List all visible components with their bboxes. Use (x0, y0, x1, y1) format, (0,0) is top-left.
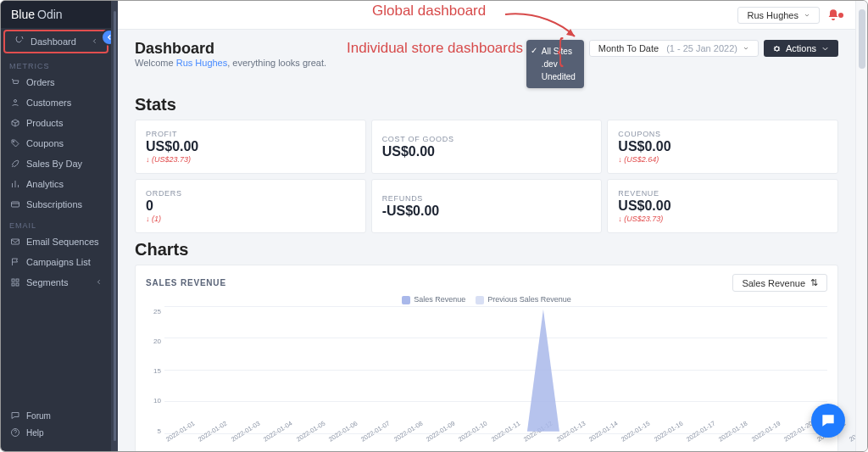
notifications-button[interactable] (826, 8, 843, 22)
xtick: 2022-01-14 (587, 419, 625, 451)
date-range-filter[interactable]: Month To Date (1 - 25 Jan 2022) (589, 40, 759, 57)
chart-peak (527, 310, 559, 432)
xtick: 2022-01-10 (457, 419, 494, 451)
xtick: 2022-01-06 (327, 419, 364, 451)
scrollbar-thumb[interactable] (859, 9, 865, 69)
sidebar-item-analytics[interactable]: Analytics (1, 174, 111, 194)
stat-value: -US$0.00 (382, 204, 592, 219)
svg-rect-6 (12, 283, 14, 286)
chart-title: SALES REVENUE (146, 278, 226, 287)
sidebar-item-label: Coupons (26, 138, 64, 148)
sidebar-item-label: Orders (26, 77, 55, 87)
xtick: 2022-01-22 (848, 419, 855, 451)
svg-rect-3 (12, 239, 19, 244)
svg-rect-4 (12, 279, 14, 282)
sidebar-item-orders[interactable]: Orders (1, 72, 111, 92)
chevron-down-icon (743, 45, 749, 52)
gear-icon (772, 44, 782, 53)
stat-label: COST OF GOODS (382, 135, 592, 143)
rocket-icon (9, 158, 21, 170)
stat-delta: ↓ (1) (146, 215, 355, 223)
chevron-left-icon (91, 36, 98, 47)
stat-card-profit: PROFITUS$0.00↓ (US$23.73) (135, 120, 366, 174)
chevron-down-icon (804, 12, 810, 19)
tag-icon (9, 137, 21, 149)
sites-option-all-sites[interactable]: All Sites (526, 45, 584, 58)
xtick: 2022-01-09 (425, 419, 462, 451)
ytick: 25 (153, 308, 161, 315)
chat-icon (820, 412, 837, 429)
brand[interactable]: Blue Odin (1, 1, 111, 28)
stat-label: REFUNDS (382, 194, 592, 203)
stat-value: US$0.00 (146, 139, 355, 154)
ytick: 20 (153, 338, 161, 345)
sidebar-item-label: Email Sequences (26, 237, 99, 247)
stat-card-cost-of-goods: COST OF GOODSUS$0.00 (371, 120, 603, 174)
chart-type-selector[interactable]: Sales Revenue ⇅ (732, 274, 827, 292)
stat-card-orders: ORDERS0↓ (1) (135, 179, 366, 233)
stat-value: US$0.00 (618, 139, 827, 154)
stat-label: COUPONS (618, 130, 827, 138)
sidebar-footer-help[interactable]: Help (1, 424, 111, 441)
ytick: 10 (153, 397, 161, 405)
sidebar-item-label: Sales By Day (26, 159, 82, 169)
sidebar-item-label: Products (26, 118, 63, 128)
xtick: 2022-01-16 (653, 419, 690, 451)
chart-card: SALES REVENUE Sales Revenue ⇅ Sales Reve… (135, 265, 838, 451)
page-subtitle: Welcome Rus Hughes, everything looks gre… (135, 58, 326, 68)
page-title: Dashboard (135, 40, 326, 58)
xtick: 2022-01-15 (620, 419, 657, 451)
stat-value: 0 (146, 198, 355, 214)
stats-heading: Stats (135, 95, 838, 114)
xtick: 2022-01-18 (717, 419, 754, 451)
svg-point-1 (13, 141, 14, 142)
box-icon (9, 117, 21, 129)
xtick: 2022-01-08 (392, 419, 430, 451)
welcome-user-link[interactable]: Rus Hughes (176, 58, 228, 68)
sidebar-item-subscriptions[interactable]: Subscriptions (1, 194, 111, 215)
xtick: 2022-01-01 (164, 419, 202, 451)
sites-option--dev[interactable]: .dev (526, 58, 584, 70)
user-icon (9, 97, 21, 109)
chevron-down-icon (821, 44, 830, 53)
sidebar-item-coupons[interactable]: Coupons (1, 133, 111, 153)
sites-dropdown[interactable]: All Sites.devUnedited (526, 40, 584, 88)
xtick: 2022-01-05 (295, 419, 332, 451)
gauge-icon (14, 36, 25, 47)
chat-fab[interactable] (811, 404, 845, 438)
brand-strong: Blue (11, 8, 35, 21)
stat-card-revenue: REVENUEUS$0.00↓ (US$23.73) (607, 179, 838, 233)
xtick: 2022-01-02 (197, 419, 234, 451)
sidebar-item-email-sequences[interactable]: Email Sequences (1, 232, 111, 252)
svg-rect-5 (16, 279, 19, 282)
stat-delta: ↓ (US$23.73) (618, 215, 827, 223)
bars-icon (9, 178, 21, 190)
stat-value: US$0.00 (618, 198, 827, 214)
sidebar-item-campaigns-list[interactable]: Campaigns List (1, 252, 111, 272)
page-scrollbar[interactable] (855, 1, 867, 451)
sidebar-item-products[interactable]: Products (1, 113, 111, 133)
xtick: 2022-01-11 (490, 419, 527, 451)
sidebar-item-customers[interactable]: Customers (1, 92, 111, 113)
sidebar-section-label: METRICS (1, 55, 111, 72)
sites-option-unedited[interactable]: Unedited (526, 70, 584, 83)
stat-card-refunds: REFUNDS-US$0.00 (371, 179, 603, 233)
sidebar-footer-forum[interactable]: Forum (1, 407, 111, 424)
sidebar-scrollbar[interactable] (111, 1, 118, 451)
page-header: Dashboard Welcome Rus Hughes, everything… (135, 40, 838, 88)
user-menu[interactable]: Rus Hughes (737, 7, 820, 24)
sidebar-item-dashboard[interactable]: Dashboard (3, 30, 108, 53)
sidebar-item-sales-by-day[interactable]: Sales By Day (1, 153, 111, 174)
xtick: 2022-01-03 (230, 419, 267, 451)
stat-label: ORDERS (146, 189, 355, 198)
stat-delta: ↓ (US$23.73) (146, 155, 355, 164)
sidebar-item-label: Analytics (26, 179, 64, 189)
stat-card-coupons: COUPONSUS$0.00↓ (US$2.64) (607, 120, 838, 174)
sidebar-item-segments[interactable]: Segments (1, 272, 111, 293)
svg-rect-7 (16, 283, 19, 286)
xtick: 2022-01-07 (359, 419, 397, 451)
brand-thin: Odin (37, 8, 63, 21)
actions-button[interactable]: Actions (764, 40, 838, 57)
mail-icon (9, 236, 21, 248)
svg-point-0 (14, 100, 17, 103)
